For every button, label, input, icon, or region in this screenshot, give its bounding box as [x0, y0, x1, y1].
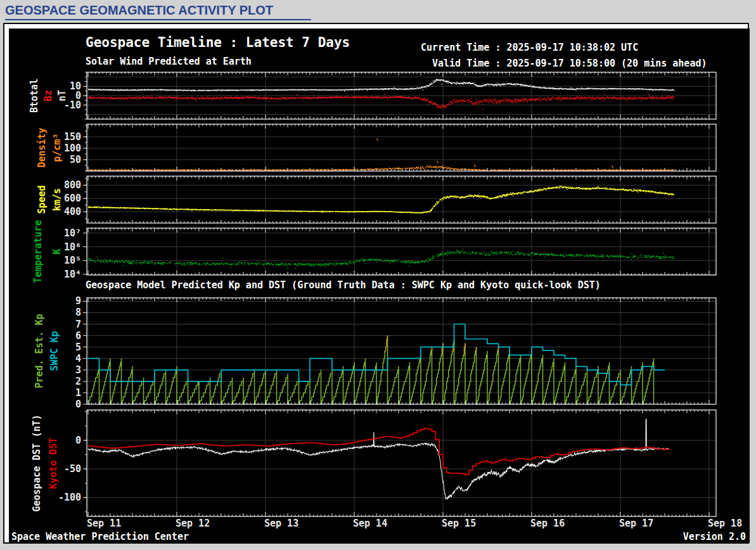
series-bz	[88, 94, 674, 110]
y-ticks-dst	[83, 412, 87, 512]
gridlines	[87, 228, 716, 275]
x-tick-label: Sep 13	[264, 518, 298, 529]
series-btotal	[88, 79, 674, 91]
y-tick-label: 2	[75, 376, 81, 387]
y-tick-label: 3	[75, 364, 81, 376]
y-tick-label: 8	[75, 307, 81, 318]
series-temperature	[89, 249, 675, 269]
plot-area: 100-10BtotalBznT15010050Densityp/cm³8006…	[9, 29, 750, 543]
gridlines	[87, 176, 716, 223]
y-tick-label: 10⁴	[64, 269, 81, 280]
y-tick-label: 1	[75, 387, 81, 399]
x-tick-label: Sep 16	[530, 518, 565, 529]
y-axis-label: km/s	[51, 188, 63, 211]
y-tick-label: 4	[75, 353, 81, 364]
series-speed	[88, 186, 674, 214]
x-tick-label: Sep 12	[176, 518, 210, 529]
x-tick-comb-density	[88, 124, 709, 171]
series-density-outliers	[376, 139, 613, 168]
panel-frame-density	[87, 124, 716, 171]
y-axis-label: nT	[56, 90, 68, 101]
y-ticks-kp	[83, 301, 87, 404]
plot-frame: 100-10BtotalBznT15010050Densityp/cm³8006…	[3, 23, 749, 544]
y-axis-label: K	[51, 248, 63, 254]
plot-subtitle: Solar Wind Predicted at Earth	[86, 56, 252, 67]
y-tick-label: 10⁵	[64, 255, 81, 266]
y-axis-label: SWPC Kp	[49, 331, 60, 371]
x-tick-label: Sep 17	[619, 518, 653, 529]
x-tick-label: Sep 18	[708, 518, 742, 529]
gridlines	[87, 298, 716, 404]
y-tick-label: 7	[75, 319, 81, 330]
series-density	[88, 165, 674, 170]
gridlines	[87, 124, 716, 171]
current-time: Current Time : 2025-09-17 10:38:02 UTC	[421, 42, 638, 53]
y-ticks-bfield	[83, 72, 87, 119]
y-tick-label: 50	[70, 154, 81, 165]
x-tick-comb-temperature	[88, 228, 709, 275]
y-axis-label: Density	[36, 127, 48, 167]
y-tick-label: 0	[75, 435, 81, 446]
gridlines	[87, 72, 716, 119]
y-tick-label: 150	[64, 131, 81, 143]
y-axis-label: Pred. Est. Kp	[34, 314, 45, 388]
y-tick-label: 9	[75, 295, 81, 307]
mid-title: Geospace Model Predicted Kp and DST (Gro…	[86, 279, 601, 291]
y-axis-label: Geospace DST (nT)	[31, 414, 42, 512]
x-tick-label: Sep 15	[442, 518, 476, 529]
footer-left: Space Weather Prediction Center	[11, 531, 189, 542]
y-axis-label: p/cm³	[51, 133, 63, 162]
y-tick-label: 10⁷	[64, 227, 81, 239]
valid-time: Valid Time : 2025-09-17 10:58:00 (20 min…	[432, 58, 707, 69]
y-ticks-density	[83, 125, 87, 171]
x-tick-label: Sep 11	[87, 518, 121, 529]
series-kyoto-dst	[88, 428, 669, 475]
plot-title: Geospace Timeline : Latest 7 Days	[86, 35, 350, 50]
y-tick-label: 5	[75, 342, 81, 353]
panel-frame-temperature	[87, 228, 716, 275]
panel-frame-speed	[87, 176, 716, 223]
y-tick-label: 400	[64, 206, 81, 217]
x-tick-comb-dst	[88, 410, 709, 516]
x-tick-comb-speed	[88, 176, 709, 223]
page-title: GEOSPACE GEOMAGNETIC ACTIVITY PLOT	[5, 3, 273, 18]
y-ticks-temperature	[83, 233, 87, 274]
y-axis-label: Bz	[42, 90, 54, 101]
y-axis-label: Btotal	[29, 79, 40, 113]
y-ticks-speed	[83, 179, 87, 219]
gridlines	[87, 410, 716, 516]
y-tick-label: 100	[64, 143, 81, 154]
panel-frame-dst	[87, 410, 716, 516]
y-axis-label: Kyoto DST	[48, 437, 59, 489]
panel-frame-kp	[87, 298, 716, 404]
y-tick-label: 0	[75, 399, 81, 410]
header-underline	[5, 19, 311, 20]
y-tick-label: 10⁶	[64, 241, 81, 253]
y-axis-label: Speed	[36, 185, 48, 214]
y-tick-label: 800	[64, 179, 81, 191]
footer-right: Version 2.0	[683, 531, 746, 542]
y-tick-label: -100	[58, 492, 81, 503]
y-tick-label: -50	[64, 463, 81, 475]
page: GEOSPACE GEOMAGNETIC ACTIVITY PLOT 100-1…	[0, 0, 756, 550]
x-tick-label: Sep 14	[353, 518, 387, 529]
y-axis-label: Temperature	[32, 220, 44, 283]
series-geospace-dst	[88, 419, 669, 500]
y-tick-label: 600	[64, 193, 81, 204]
y-tick-label: 6	[75, 330, 81, 342]
series-pred-est-kp-high	[385, 336, 498, 355]
